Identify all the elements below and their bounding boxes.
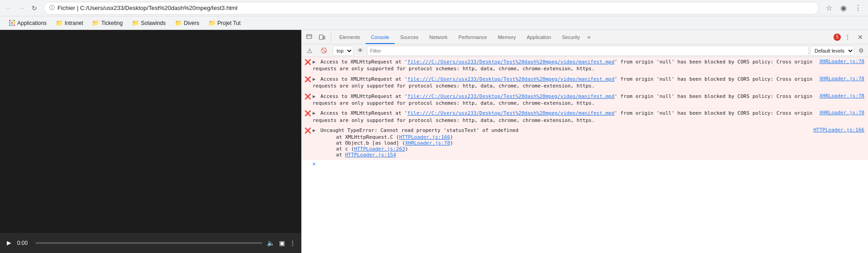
devtools-panel: Elements Console Sources Network Perform…: [301, 30, 868, 253]
entry-row: ▶ Access to XMLHttpRequest at 'file:///C…: [313, 110, 864, 124]
bookmark-ticketing[interactable]: 📁 Ticketing: [88, 18, 126, 28]
toolbar-actions: ☆ ◉ ⋮: [823, 2, 864, 15]
console-settings-button[interactable]: ⚙: [856, 46, 866, 56]
entry-content-4: ▶ Access to XMLHttpRequest at 'file:///C…: [313, 110, 816, 124]
error-link-1b[interactable]: st.mpd: [597, 59, 615, 65]
tab-performance[interactable]: Performance: [453, 30, 492, 44]
console-error-1: ❌ ▶ Access to XMLHttpRequest at 'file://…: [302, 57, 868, 74]
entry-row: ▶ Access to XMLHttpRequest at 'file:///C…: [313, 58, 864, 73]
apps-grid-icon: [9, 20, 15, 26]
error-icon: ❌: [304, 76, 311, 83]
fullscreen-button[interactable]: ▣: [279, 239, 285, 247]
svg-rect-3: [323, 36, 325, 39]
reload-button[interactable]: ↻: [29, 3, 40, 14]
error-link-4[interactable]: file:///C:/Users/usx233/Desktop/Test%20d…: [407, 110, 596, 116]
tab-network[interactable]: Network: [424, 30, 453, 44]
entry-content-2: ▶ Access to XMLHttpRequest at 'file:///C…: [313, 76, 816, 90]
progress-bar[interactable]: [35, 242, 262, 244]
folder-icon: 📁: [175, 19, 182, 26]
error-icon: ❌: [304, 110, 311, 117]
devtools-toolbar: Elements Console Sources Network Perform…: [302, 30, 868, 44]
stack-line-4: at HTTPLoader.js:154: [327, 152, 864, 158]
levels-select[interactable]: Default levels: [810, 46, 854, 56]
console-error-4: ❌ ▶ Access to XMLHttpRequest at 'file://…: [302, 108, 868, 126]
more-tabs-button[interactable]: »: [585, 30, 592, 44]
stack-line-2: at Object.b [as load] (XHRLoader.js:78): [327, 140, 864, 146]
stack-line-3: at c (HTTPLoader.js:263): [327, 146, 864, 152]
profile-button[interactable]: ◉: [837, 2, 850, 15]
typeerror-message: ▶ Uncaught TypeError: Cannot read proper…: [313, 127, 810, 134]
bookmarks-bar: Applications 📁 Intranet 📁 Ticketing 📁 So…: [0, 16, 868, 30]
error-link-1[interactable]: file:///C:/Users/usx233/Desktop/Test%20d…: [407, 59, 596, 65]
tab-security[interactable]: Security: [556, 30, 585, 44]
inspect-element-button[interactable]: [304, 31, 315, 43]
filter-input[interactable]: [367, 46, 809, 56]
tab-memory[interactable]: Memory: [492, 30, 521, 44]
error-location-1[interactable]: XHRLoader.js:78: [820, 58, 864, 64]
bookmark-solawinds[interactable]: 📁 Solawinds: [128, 18, 169, 28]
expand-arrow[interactable]: ▶: [313, 76, 316, 82]
typeerror-location[interactable]: HTTPLoader.js:166: [813, 127, 864, 133]
bookmark-divers-label: Divers: [184, 20, 199, 26]
console-block-button[interactable]: 🚫: [317, 46, 331, 56]
browser-chrome: ← → ↻ ⓘ Fichier | C:/Users/usx233/Deskto…: [0, 0, 868, 253]
device-toggle-button[interactable]: [316, 31, 328, 43]
stack-link-2[interactable]: XHRLoader.js:78: [405, 140, 450, 146]
stacktrace: at XMLHttpRequest.C (HTTPLoader.js:166) …: [313, 134, 864, 158]
entry-content-1: ▶ Access to XMLHttpRequest at 'file:///C…: [313, 58, 816, 73]
eye-button[interactable]: 👁: [355, 46, 365, 56]
devtools-tabs: Elements Console Sources Network Perform…: [334, 30, 866, 44]
tab-console[interactable]: Console: [366, 30, 395, 44]
error-link-3b[interactable]: st.mpd: [597, 93, 615, 99]
bookmark-solawinds-label: Solawinds: [141, 20, 166, 26]
bookmark-projet-tut[interactable]: 📁 Projet Tut: [205, 18, 244, 28]
volume-button[interactable]: 🔈: [267, 239, 275, 247]
video-panel: ► 0:00 🔈 ▣ ⋮: [0, 30, 301, 253]
context-select[interactable]: top: [333, 46, 353, 56]
main-area: ► 0:00 🔈 ▣ ⋮: [0, 30, 868, 253]
tab-sources[interactable]: Sources: [395, 30, 424, 44]
play-button[interactable]: ►: [5, 239, 13, 247]
error-location-2[interactable]: XHRLoader.js:78: [820, 76, 864, 82]
bookmark-intranet-label: Intranet: [65, 20, 83, 26]
typeerror-content: ▶ Uncaught TypeError: Cannot read proper…: [313, 127, 864, 157]
bookmark-divers[interactable]: 📁 Divers: [171, 18, 203, 28]
entry-row: ▶ Access to XMLHttpRequest at 'file:///C…: [313, 76, 864, 90]
stack-line-1: at XMLHttpRequest.C (HTTPLoader.js:166): [327, 134, 864, 140]
bookmark-ticketing-label: Ticketing: [101, 20, 123, 26]
devtools-close-button[interactable]: ✕: [854, 31, 866, 43]
address-bar[interactable]: ⓘ Fichier | C:/Users/usx233/Desktop/Test…: [43, 2, 819, 15]
back-button[interactable]: ←: [4, 3, 14, 14]
expand-arrow[interactable]: ▶: [313, 93, 316, 99]
menu-button[interactable]: ⋮: [852, 2, 864, 15]
bookmark-apps[interactable]: Applications: [5, 19, 50, 28]
console-typeerror: ❌ ▶ Uncaught TypeError: Cannot read prop…: [302, 126, 868, 159]
error-link-3[interactable]: file:///C:/Users/usx233/Desktop/Test%20d…: [407, 93, 596, 99]
more-options-button[interactable]: ⋮: [289, 239, 296, 247]
error-badge: 5: [834, 34, 841, 41]
error-icon: ❌: [304, 127, 311, 134]
console-messages: ❌ ▶ Access to XMLHttpRequest at 'file://…: [302, 57, 868, 253]
expand-arrow[interactable]: ▶: [313, 110, 316, 116]
error-link-4b[interactable]: st.mpd: [597, 110, 615, 116]
devtools-settings-button[interactable]: ⋮: [842, 31, 854, 43]
forward-button[interactable]: →: [16, 3, 27, 14]
error-link-2[interactable]: file:///C:/Users/usx233/Desktop/Test%20d…: [407, 76, 596, 82]
bookmark-intranet[interactable]: 📁 Intranet: [52, 18, 87, 28]
console-prompt[interactable]: >: [302, 160, 868, 169]
bookmark-button[interactable]: ☆: [823, 2, 835, 15]
tab-application[interactable]: Application: [521, 30, 557, 44]
error-link-2b[interactable]: st.mpd: [597, 76, 615, 82]
stack-link-3[interactable]: HTTPLoader.js:263: [354, 146, 405, 152]
expand-arrow[interactable]: ▶: [313, 59, 316, 65]
video-controls: ► 0:00 🔈 ▣ ⋮: [0, 233, 301, 253]
tab-elements[interactable]: Elements: [334, 30, 366, 44]
error-location-4[interactable]: XHRLoader.js:78: [820, 110, 864, 116]
error-location-3[interactable]: XHRLoader.js:78: [820, 93, 864, 99]
console-clear-button[interactable]: ⚠: [304, 45, 315, 57]
stack-link-4[interactable]: HTTPLoader.js:154: [345, 152, 396, 158]
stack-link-1[interactable]: HTTPLoader.js:166: [399, 134, 450, 140]
svg-rect-0: [307, 34, 312, 39]
typeerror-row: ▶ Uncaught TypeError: Cannot read proper…: [313, 127, 864, 134]
expand-arrow[interactable]: ▶: [313, 127, 316, 133]
